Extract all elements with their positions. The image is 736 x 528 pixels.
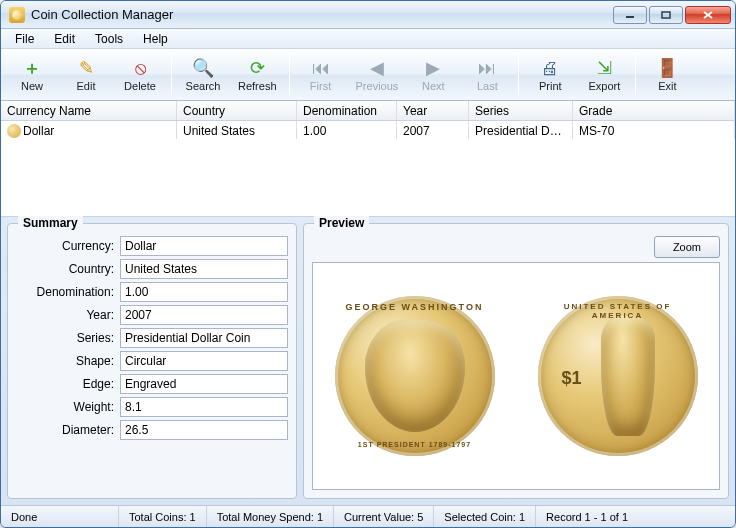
val-weight[interactable]: 8.1: [120, 397, 288, 417]
cell-country: United States: [177, 121, 297, 139]
cell-grade: MS-70: [573, 121, 735, 139]
lbl-shape: Shape:: [16, 351, 116, 371]
new-button[interactable]: ＋New: [6, 53, 58, 97]
status-done: Done: [1, 506, 119, 527]
lbl-country: Country:: [16, 259, 116, 279]
coin-reverse: UNITED STATES OF AMERICA $1: [538, 296, 698, 456]
menu-tools[interactable]: Tools: [85, 30, 133, 48]
minimize-button[interactable]: [613, 6, 647, 24]
val-year[interactable]: 2007: [120, 305, 288, 325]
status-bar: Done Total Coins: 1 Total Money Spend: 1…: [1, 505, 735, 527]
cell-year: 2007: [397, 121, 469, 139]
coin-obverse: GEORGE WASHINGTON 1ST PRESIDENT 1789-179…: [335, 296, 495, 456]
svg-rect-1: [662, 12, 670, 18]
export-icon: ⇲: [597, 58, 612, 78]
delete-button[interactable]: ⦸Delete: [114, 53, 166, 97]
lbl-edge: Edge:: [16, 374, 116, 394]
status-current-value: Current Value: 5: [334, 506, 434, 527]
menu-edit[interactable]: Edit: [44, 30, 85, 48]
last-button[interactable]: ⏭Last: [461, 53, 513, 97]
edit-button[interactable]: ✎Edit: [60, 53, 112, 97]
col-grade[interactable]: Grade: [573, 101, 735, 120]
print-button[interactable]: 🖨Print: [524, 53, 576, 97]
window-title: Coin Collection Manager: [31, 7, 613, 22]
first-button[interactable]: ⏮First: [295, 53, 347, 97]
summary-legend: Summary: [18, 216, 83, 230]
refresh-button[interactable]: ⟳Refresh: [231, 53, 284, 97]
details-panels: Summary Currency:Dollar Country:United S…: [1, 217, 735, 505]
val-shape[interactable]: Circular: [120, 351, 288, 371]
menu-file[interactable]: File: [5, 30, 44, 48]
status-record: Record 1 - 1 of 1: [536, 506, 735, 527]
val-series[interactable]: Presidential Dollar Coin: [120, 328, 288, 348]
lbl-denom: Denomination:: [16, 282, 116, 302]
title-bar[interactable]: Coin Collection Manager: [1, 1, 735, 29]
washington-bust: [365, 320, 465, 432]
grid-body[interactable]: Dollar United States 1.00 2007 President…: [1, 121, 735, 217]
coin-image-area[interactable]: GEORGE WASHINGTON 1ST PRESIDENT 1789-179…: [312, 262, 720, 490]
plus-icon: ＋: [23, 58, 41, 78]
denom-mark: $1: [562, 368, 582, 389]
statue-of-liberty: [601, 316, 655, 436]
export-button[interactable]: ⇲Export: [578, 53, 630, 97]
preview-legend: Preview: [314, 216, 369, 230]
col-currency-name[interactable]: Currency Name: [1, 101, 177, 120]
last-icon: ⏭: [478, 58, 496, 78]
app-icon: [9, 7, 25, 23]
pencil-icon: ✎: [79, 58, 94, 78]
previous-button[interactable]: ◀Previous: [349, 53, 406, 97]
exit-icon: 🚪: [656, 58, 678, 78]
next-button[interactable]: ▶Next: [407, 53, 459, 97]
cell-series: Presidential Doll...: [469, 121, 573, 139]
coin-icon: [7, 124, 21, 138]
close-button[interactable]: [685, 6, 731, 24]
preview-group: Preview Zoom GEORGE WASHINGTON 1ST PRESI…: [303, 223, 729, 499]
table-row[interactable]: Dollar United States 1.00 2007 President…: [1, 121, 735, 139]
val-country[interactable]: United States: [120, 259, 288, 279]
status-total-coins: Total Coins: 1: [119, 506, 207, 527]
previous-icon: ◀: [370, 58, 384, 78]
zoom-button[interactable]: Zoom: [654, 236, 720, 258]
lbl-series: Series:: [16, 328, 116, 348]
lbl-currency: Currency:: [16, 236, 116, 256]
refresh-icon: ⟳: [250, 58, 265, 78]
printer-icon: 🖨: [541, 58, 559, 78]
menu-bar: File Edit Tools Help: [1, 29, 735, 49]
lbl-year: Year:: [16, 305, 116, 325]
status-selected: Selected Coin: 1: [434, 506, 536, 527]
val-diameter[interactable]: 26.5: [120, 420, 288, 440]
search-icon: 🔍: [192, 58, 214, 78]
val-denom[interactable]: 1.00: [120, 282, 288, 302]
lbl-diameter: Diameter:: [16, 420, 116, 440]
first-icon: ⏮: [312, 58, 330, 78]
menu-help[interactable]: Help: [133, 30, 178, 48]
cell-denom: 1.00: [297, 121, 397, 139]
col-country[interactable]: Country: [177, 101, 297, 120]
app-window: Coin Collection Manager File Edit Tools …: [0, 0, 736, 528]
col-series[interactable]: Series: [469, 101, 573, 120]
status-total-spend: Total Money Spend: 1: [207, 506, 334, 527]
exit-button[interactable]: 🚪Exit: [641, 53, 693, 97]
maximize-button[interactable]: [649, 6, 683, 24]
toolbar: ＋New ✎Edit ⦸Delete 🔍Search ⟳Refresh ⏮Fir…: [1, 49, 735, 101]
lbl-weight: Weight:: [16, 397, 116, 417]
search-button[interactable]: 🔍Search: [177, 53, 229, 97]
summary-group: Summary Currency:Dollar Country:United S…: [7, 223, 297, 499]
next-icon: ▶: [426, 58, 440, 78]
col-year[interactable]: Year: [397, 101, 469, 120]
grid-header: Currency Name Country Denomination Year …: [1, 101, 735, 121]
cell-name: Dollar: [23, 124, 54, 138]
val-currency[interactable]: Dollar: [120, 236, 288, 256]
no-entry-icon: ⦸: [135, 58, 146, 78]
col-denomination[interactable]: Denomination: [297, 101, 397, 120]
val-edge[interactable]: Engraved: [120, 374, 288, 394]
